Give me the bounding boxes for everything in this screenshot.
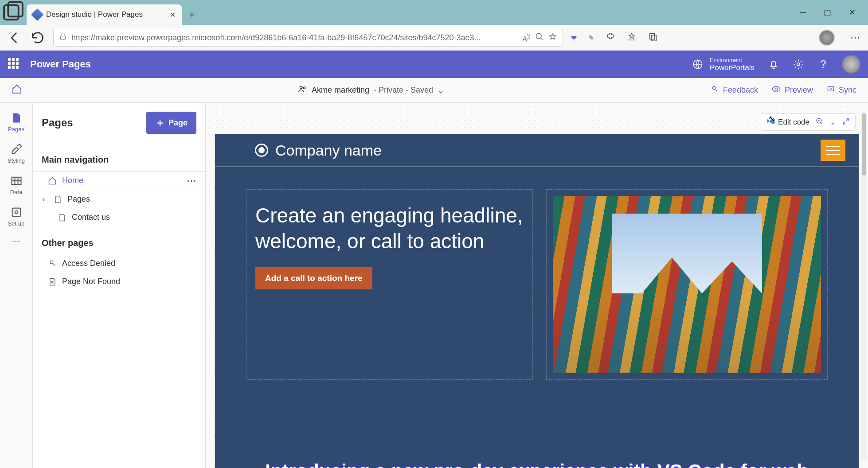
svg-rect-1 [8,2,23,17]
add-page-button[interactable]: ＋ Page [146,112,196,134]
hero-text-section[interactable]: Create an engaging headline, welcome, or… [246,189,533,380]
favorite-icon[interactable] [548,32,557,43]
feedback-icon [711,85,719,96]
url-text: https://make.preview.powerpages.microsof… [71,33,518,43]
env-name: PowerPortals [710,63,755,72]
svg-line-4 [541,38,543,40]
svg-rect-19 [12,208,20,217]
rail-styling[interactable]: Styling [0,139,32,170]
svg-point-11 [303,87,305,89]
site-logo [255,144,268,157]
cursor-icon: ↖ [768,113,776,124]
tree-item-home[interactable]: Home [33,171,205,190]
eye-icon [771,84,781,96]
app-name: Power Pages [30,58,91,70]
rail-pages[interactable]: Pages [0,107,32,139]
edge-tool-icon[interactable]: ✎ [588,34,594,42]
browser-profile-avatar[interactable] [819,30,834,45]
chevron-down-icon[interactable]: ⌄ [830,118,836,126]
svg-point-21 [50,261,53,264]
settings-icon[interactable] [793,58,804,70]
page-icon [53,195,62,204]
left-rail: Pages Styling Data Set up ⋯ [0,103,33,468]
setup-icon [10,206,23,218]
site-name: Akme marketing [312,86,369,95]
minimize-icon[interactable]: ─ [800,8,806,17]
tree-item-contact[interactable]: Contact us [33,208,205,226]
table-icon [10,175,23,187]
close-window-icon[interactable]: ✕ [849,8,856,17]
favorites-list-icon[interactable] [627,32,637,43]
section-main-nav: Main navigation [33,143,205,171]
home-icon [48,176,57,185]
maximize-icon[interactable]: ▢ [824,8,831,17]
svg-point-3 [536,34,542,39]
preview-button[interactable]: Preview [771,84,813,96]
new-tab-button[interactable]: ＋ [182,4,202,25]
brush-icon [10,143,23,156]
tab-actions-icon[interactable] [0,0,27,25]
page-icon [10,112,23,124]
rail-more-icon[interactable]: ⋯ [12,236,21,246]
hero-headline: Create an engaging headline, welcome, or… [255,203,524,254]
site-preview[interactable]: Company name Create an engaging headline… [215,134,859,468]
window-titlebar: Design studio | Power Pages ✕ ＋ ─ ▢ ✕ [0,0,868,25]
home-icon[interactable] [12,84,22,97]
svg-point-12 [712,86,716,90]
env-label: Environment [710,57,755,63]
rail-data[interactable]: Data [0,170,32,202]
svg-rect-6 [650,34,655,39]
canvas: Edit code ⌄ ↖ Company name Create an eng… [206,103,868,468]
svg-point-20 [15,211,18,214]
svg-rect-7 [651,35,656,41]
promo-banner: Introducing a new pro-dev experience wit… [215,452,859,468]
browser-addressbar: https://make.preview.powerpages.microsof… [0,25,868,51]
lock-icon [48,259,57,268]
expand-icon[interactable] [842,117,850,127]
help-icon[interactable]: ? [817,58,829,70]
zoom-in-icon[interactable] [816,117,824,127]
tree-item-pages[interactable]: › Pages [33,190,205,208]
plus-icon: ＋ [155,116,165,129]
extensions-icon[interactable] [606,32,615,43]
site-picker[interactable]: Akme marketing - Private - Saved ⌄ [297,84,444,96]
back-button[interactable] [7,30,22,45]
url-field[interactable]: https://make.preview.powerpages.microsof… [53,29,563,47]
rail-setup[interactable]: Set up [0,202,32,233]
app-launcher-icon[interactable] [8,58,20,70]
svg-point-10 [300,86,302,89]
health-icon[interactable]: ❤ [571,34,577,42]
tab-title: Design studio | Power Pages [46,10,165,19]
user-avatar[interactable] [842,55,860,73]
powerpages-favicon [31,8,43,21]
hero-image [553,196,821,373]
page-icon [58,213,66,222]
collections-icon[interactable] [648,32,658,43]
environment-picker[interactable]: Environment PowerPortals [692,57,755,72]
globe-icon [692,58,704,70]
hamburger-menu-icon[interactable] [821,140,845,161]
browser-tab[interactable]: Design studio | Power Pages ✕ [27,4,182,25]
sync-icon [826,85,835,96]
feedback-button[interactable]: Feedback [711,85,758,96]
svg-rect-2 [61,36,66,40]
svg-line-27 [821,122,822,124]
chevron-down-icon: ⌄ [438,86,444,95]
tree-item-access-denied[interactable]: Access Denied [33,254,205,273]
notifications-icon[interactable] [768,58,779,70]
zoom-icon[interactable] [535,32,544,43]
refresh-button[interactable] [30,30,45,45]
tab-close-icon[interactable]: ✕ [170,11,176,19]
chevron-right-icon[interactable]: › [39,195,48,204]
tree-item-not-found[interactable]: Page Not Found [33,273,205,291]
reader-icon[interactable]: A)) [523,33,531,42]
browser-menu-icon[interactable]: ⋯ [850,32,861,43]
people-icon [297,84,307,96]
sync-button[interactable]: Sync [826,85,856,96]
hero-cta-button[interactable]: Add a call to action here [255,267,372,289]
canvas-scrollbar[interactable] [861,112,867,459]
site-company-name: Company name [275,142,382,159]
app-header: Power Pages Environment PowerPortals ? [0,51,868,78]
hero-image-section[interactable] [546,189,828,380]
site-status: - Private - Saved [374,86,433,95]
